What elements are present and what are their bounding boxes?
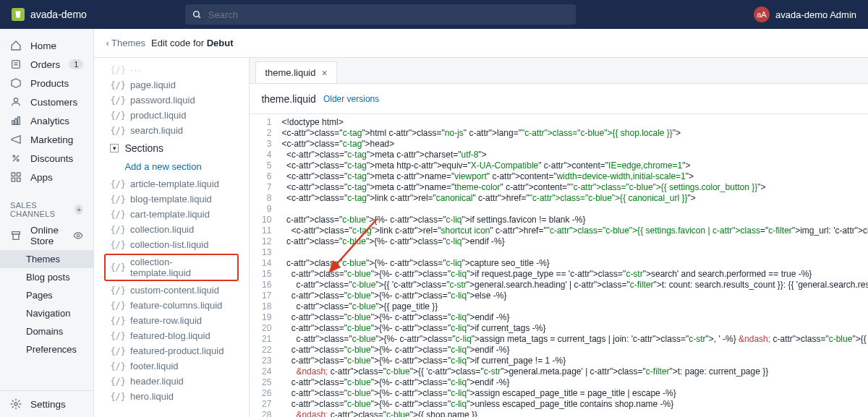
svg-line-1 <box>198 16 200 18</box>
breadcrumb-title: Edit code for Debut <box>151 38 233 48</box>
liquid-icon: {/} <box>110 346 126 356</box>
home-icon <box>10 40 22 51</box>
older-versions-link[interactable]: Older versions <box>323 94 379 104</box>
back-themes-link[interactable]: ‹ Themes <box>106 38 145 48</box>
chevron-down-icon: ▾ <box>110 144 119 152</box>
svg-rect-7 <box>15 119 17 124</box>
liquid-icon: {/} <box>110 95 126 106</box>
liquid-icon: {/} <box>110 301 126 311</box>
svg-rect-15 <box>17 178 20 181</box>
svg-rect-6 <box>12 121 14 124</box>
products-icon <box>10 77 22 89</box>
liquid-icon: {/} <box>110 179 126 189</box>
file-collection-list-liquid[interactable]: {/}collection-list.liquid <box>94 237 249 252</box>
file-featured-blog-liquid[interactable]: {/}featured-blog.liquid <box>94 328 249 343</box>
tab-bar: theme.liquid × <box>250 58 868 84</box>
subnav-themes[interactable]: Themes <box>0 250 93 268</box>
line-gutter: 1234567891011121314151617181920212223242… <box>250 114 276 417</box>
channel-online-store[interactable]: Online Store <box>0 221 93 250</box>
nav-home[interactable]: Home <box>0 36 93 55</box>
svg-rect-12 <box>12 173 15 176</box>
subnav-preferences[interactable]: Preferences <box>0 340 93 358</box>
file-featured-product-liquid[interactable]: {/}featured-product.liquid <box>94 343 249 358</box>
svg-point-16 <box>77 234 80 237</box>
svg-rect-13 <box>17 173 20 176</box>
liquid-icon: {/} <box>110 262 126 272</box>
breadcrumb: ‹ Themes Edit code for Debut Preview Cus… <box>94 29 868 58</box>
file-footer-liquid[interactable]: {/}footer.liquid <box>94 358 249 374</box>
subnav-navigation[interactable]: Navigation <box>0 304 93 322</box>
eye-icon[interactable] <box>73 231 83 241</box>
sales-channels-header: SALES CHANNELS + <box>0 194 93 221</box>
file-feature-columns-liquid[interactable]: {/}feature-columns.liquid <box>94 298 249 313</box>
liquid-icon: {/} <box>110 80 126 90</box>
liquid-icon: {/} <box>110 331 126 341</box>
svg-point-17 <box>14 403 17 405</box>
settings-link[interactable]: Settings <box>0 390 93 417</box>
shopify-logo-icon <box>12 8 25 21</box>
liquid-icon: {/} <box>110 316 126 326</box>
file-custom-content-liquid[interactable]: {/}custom-content.liquid <box>94 283 249 298</box>
svg-point-5 <box>14 98 17 102</box>
sections-header[interactable]: ▾Sections <box>94 138 249 158</box>
file-blog-template-liquid[interactable]: {/}blog-template.liquid <box>94 192 249 207</box>
file-header-liquid[interactable]: {/}header.liquid <box>94 374 249 389</box>
user-menu[interactable]: aA avada-demo Admin <box>754 7 856 22</box>
svg-point-0 <box>193 12 199 17</box>
code-content[interactable]: <!doctype html> <c-attr">class="c-tag">h… <box>276 114 868 417</box>
analytics-icon <box>10 115 22 126</box>
search-wrap <box>185 4 576 25</box>
file-search-liquid[interactable]: {/}search.liquid <box>94 123 249 138</box>
nav-analytics[interactable]: Analytics <box>0 111 93 130</box>
liquid-icon: {/} <box>110 240 126 250</box>
store-logo-area[interactable]: avada-demo <box>12 8 87 21</box>
file-list: {/}···{/}page.liquid{/}password.liquid{/… <box>94 58 250 417</box>
avatar: aA <box>754 7 770 22</box>
apps-icon <box>10 171 22 183</box>
svg-point-10 <box>17 159 19 161</box>
user-name: avada-demo Admin <box>775 9 856 20</box>
search-icon <box>192 10 202 20</box>
discounts-icon <box>10 152 22 164</box>
gear-icon <box>10 398 22 410</box>
svg-rect-8 <box>18 117 20 125</box>
nav-products[interactable]: Products <box>0 74 93 93</box>
file-cart-template-liquid[interactable]: {/}cart-template.liquid <box>94 207 249 222</box>
search-input[interactable] <box>185 4 576 25</box>
nav-marketing[interactable]: Marketing <box>0 130 93 149</box>
svg-line-11 <box>13 155 19 161</box>
store-name: avada-demo <box>30 9 87 20</box>
online-store-icon <box>10 230 22 241</box>
nav-orders[interactable]: Orders1 <box>0 55 93 74</box>
nav-discounts[interactable]: Discounts <box>0 149 93 168</box>
liquid-icon: {/} <box>110 126 126 136</box>
left-nav: HomeOrders1ProductsCustomersAnalyticsMar… <box>0 29 94 417</box>
add-channel-icon[interactable]: + <box>75 205 83 215</box>
liquid-icon: {/} <box>110 210 126 220</box>
close-icon[interactable]: × <box>322 67 328 79</box>
file-product-liquid[interactable]: {/}product.liquid <box>94 108 249 123</box>
liquid-icon: {/} <box>110 361 126 371</box>
file-page-liquid[interactable]: {/}page.liquid <box>94 77 249 93</box>
file-feature-row-liquid[interactable]: {/}feature-row.liquid <box>94 313 249 328</box>
file-tab[interactable]: theme.liquid × <box>255 61 336 83</box>
orders-icon <box>10 59 22 70</box>
file-collection-template-liquid[interactable]: {/}collection-template.liquid <box>104 254 239 281</box>
subnav-pages[interactable]: Pages <box>0 286 93 304</box>
file-article-template-liquid[interactable]: {/}article-template.liquid <box>94 176 249 192</box>
subnav-blog-posts[interactable]: Blog posts <box>0 268 93 286</box>
nav-apps[interactable]: Apps <box>0 168 93 186</box>
file-password-liquid[interactable]: {/}password.liquid <box>94 93 249 108</box>
file-collection-liquid[interactable]: {/}collection.liquid <box>94 222 249 237</box>
subnav-domains[interactable]: Domains <box>0 322 93 340</box>
liquid-icon: {/} <box>110 194 126 205</box>
svg-rect-14 <box>12 178 15 181</box>
marketing-icon <box>10 134 22 145</box>
top-bar: avada-demo aA avada-demo Admin <box>0 0 868 29</box>
nav-customers[interactable]: Customers <box>0 93 93 111</box>
customers-icon <box>10 96 22 108</box>
file-title: theme.liquid <box>261 93 316 105</box>
file-hero-liquid[interactable]: {/}hero.liquid <box>94 389 249 404</box>
add-section-link[interactable]: Add a new section <box>94 158 249 176</box>
orders-badge: 1 <box>69 59 83 69</box>
